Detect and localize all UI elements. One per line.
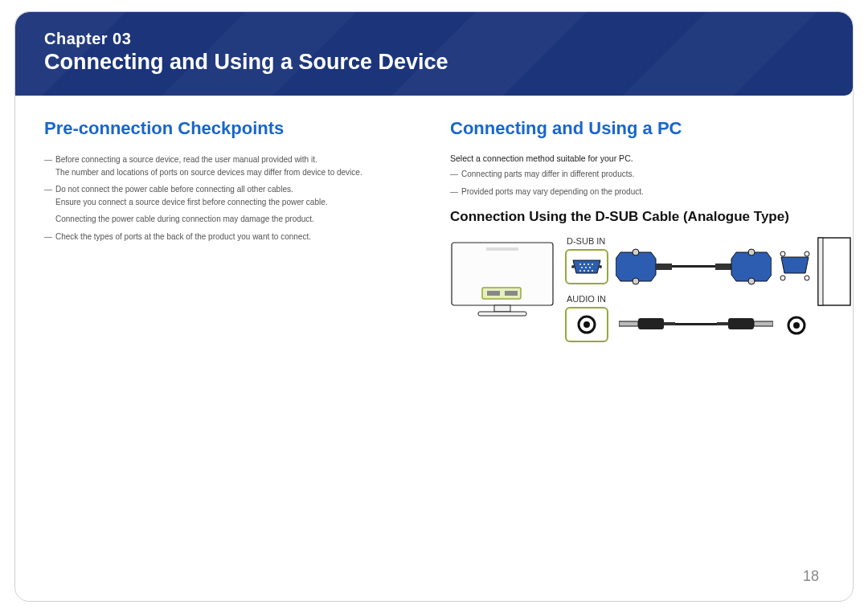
chapter-label: Chapter 03 [44, 30, 824, 48]
page-number: 18 [803, 568, 819, 585]
svg-point-24 [748, 249, 755, 255]
left-column: Pre-connection Checkpoints Before connec… [44, 118, 418, 397]
svg-rect-35 [619, 321, 638, 326]
svg-rect-38 [728, 318, 754, 329]
svg-rect-6 [478, 312, 526, 316]
dsub-subheading: Connection Using the D-SUB Cable (Analog… [450, 209, 824, 225]
note-item: Connecting parts may differ in different… [450, 168, 824, 181]
svg-point-12 [592, 264, 593, 265]
svg-point-7 [571, 265, 575, 268]
svg-point-20 [633, 249, 639, 255]
cable-line [675, 323, 722, 325]
note-text: Check the types of ports at the back of … [55, 232, 311, 241]
svg-point-15 [589, 267, 591, 268]
svg-point-33 [583, 321, 590, 328]
pc-audio-port-icon [784, 313, 809, 337]
svg-point-29 [805, 276, 809, 280]
svg-rect-34 [638, 318, 664, 329]
cable-line [672, 265, 720, 268]
svg-point-18 [588, 270, 589, 272]
content-columns: Pre-connection Checkpoints Before connec… [15, 96, 853, 397]
svg-point-41 [793, 322, 800, 329]
note-item: Before connecting a source device, read … [44, 153, 418, 178]
audio-label: AUDIO IN [567, 294, 606, 304]
note-text: The number and locations of ports on sou… [55, 166, 418, 179]
note-text: Connecting the power cable during connec… [55, 213, 418, 226]
svg-rect-3 [487, 291, 500, 296]
svg-rect-1 [486, 247, 518, 251]
vga-connector-right-icon [715, 247, 772, 286]
svg-point-26 [780, 251, 785, 256]
svg-point-16 [579, 270, 581, 272]
svg-point-25 [748, 278, 755, 284]
vga-port-icon [567, 251, 607, 283]
monitor-back-icon [450, 241, 555, 337]
svg-point-17 [583, 270, 585, 272]
intro-text: Select a connection method suitable for … [450, 153, 824, 163]
note-text: Provided ports may vary depending on the… [461, 187, 644, 196]
audio-plug-right-icon [717, 315, 773, 333]
note-item: Do not connect the power cable before co… [44, 183, 418, 226]
audio-jack-port-icon [567, 309, 607, 341]
chapter-header: Chapter 03 Connecting and Using a Source… [15, 12, 853, 96]
svg-rect-5 [494, 305, 510, 312]
pc-vga-port-icon [778, 249, 815, 284]
note-item: Check the types of ports at the back of … [44, 231, 418, 243]
note-text: Connecting parts may differ in different… [461, 170, 634, 178]
svg-rect-37 [717, 322, 728, 325]
svg-point-14 [585, 267, 587, 268]
svg-point-28 [780, 276, 785, 280]
svg-rect-39 [754, 321, 773, 326]
svg-rect-22 [656, 264, 672, 270]
page-container: Chapter 03 Connecting and Using a Source… [14, 11, 854, 602]
pc-tower-icon [817, 236, 852, 309]
svg-point-10 [583, 264, 585, 265]
svg-point-11 [588, 264, 589, 265]
dsub-port-box [565, 249, 608, 284]
connecting-pc-heading: Connecting and Using a PC [450, 118, 824, 139]
svg-point-13 [581, 267, 583, 268]
note-text: Ensure you connect a source device first… [55, 196, 418, 209]
connection-diagram: D-SUB IN [450, 236, 824, 397]
svg-rect-36 [664, 322, 675, 325]
dsub-label: D-SUB IN [567, 236, 605, 246]
vga-connector-left-icon [616, 247, 672, 286]
svg-point-19 [592, 270, 593, 272]
svg-rect-31 [818, 238, 823, 305]
note-text: Before connecting a source device, read … [55, 155, 317, 164]
svg-rect-4 [505, 291, 518, 296]
svg-point-8 [599, 265, 602, 268]
svg-point-9 [579, 264, 581, 265]
svg-rect-23 [715, 264, 731, 270]
right-column: Connecting and Using a PC Select a conne… [450, 118, 824, 397]
audio-port-box [565, 307, 608, 342]
note-item: Provided ports may vary depending on the… [450, 186, 824, 198]
note-text: Do not connect the power cable before co… [55, 185, 293, 194]
chapter-title: Connecting and Using a Source Device [44, 50, 824, 75]
svg-point-27 [805, 251, 809, 256]
preconnection-heading: Pre-connection Checkpoints [44, 118, 418, 139]
svg-point-21 [633, 278, 639, 284]
audio-plug-left-icon [619, 315, 675, 333]
